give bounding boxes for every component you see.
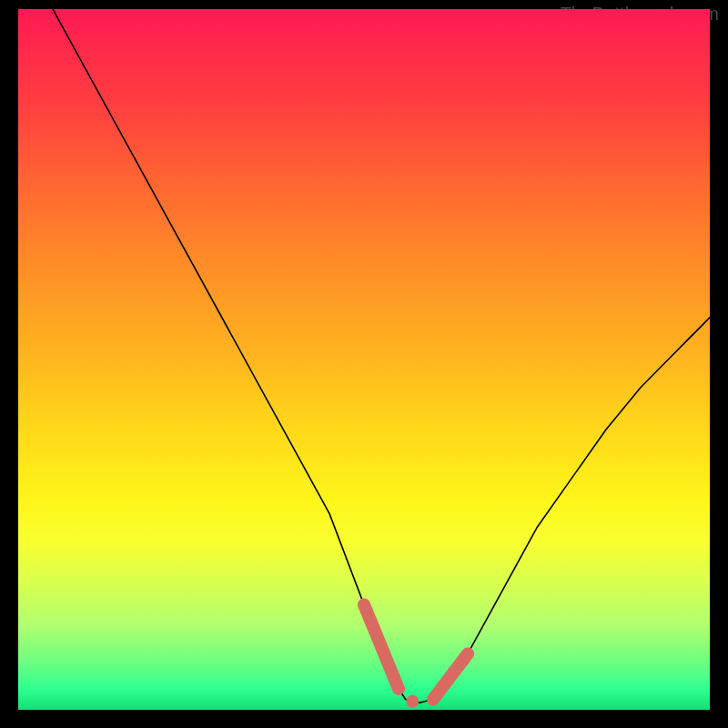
bottleneck-curve (53, 9, 710, 703)
plot-area (18, 9, 710, 710)
chart-stage: TheBottleneck.com (0, 0, 728, 728)
dip-marker-left (364, 605, 399, 689)
dip-marker-right (433, 653, 468, 699)
curve-layer (18, 9, 710, 710)
dip-marker-center (406, 695, 419, 708)
